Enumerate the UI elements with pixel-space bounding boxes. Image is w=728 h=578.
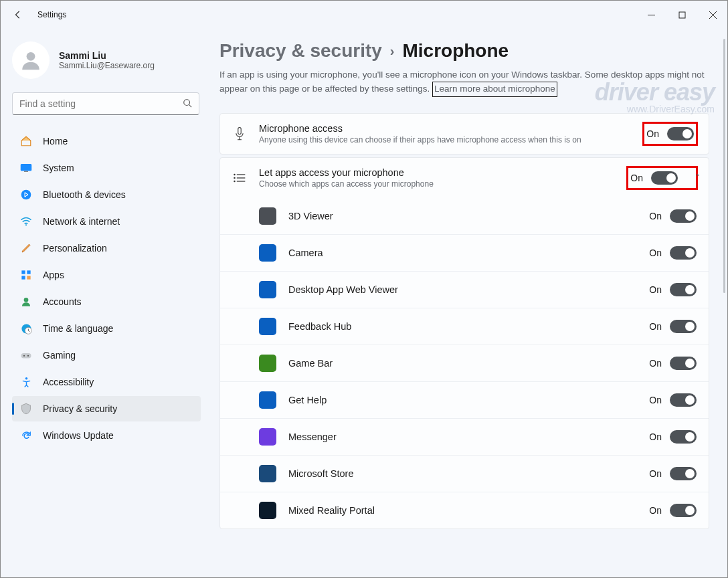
app-row: Microsoft StoreOn [220, 455, 709, 492]
app-row: MessengerOn [220, 418, 709, 455]
svg-point-10 [25, 224, 27, 225]
learn-more-link[interactable]: Learn more about microphone [432, 82, 557, 96]
maximize-button[interactable] [666, 0, 697, 29]
app-icon [259, 502, 276, 519]
svg-point-9 [21, 190, 31, 200]
app-name: 3D Viewer [288, 211, 637, 221]
sidebar-item-gaming[interactable]: Gaming [12, 343, 201, 368]
app-name: Mixed Reality Portal [288, 505, 637, 516]
search-input[interactable] [12, 92, 199, 115]
toggle-state: On [649, 284, 662, 295]
sidebar-item-label: Time & language [43, 323, 113, 334]
svg-rect-13 [21, 276, 25, 279]
app-icon [259, 428, 276, 446]
update-icon [20, 429, 32, 442]
app-row: CameraOn [220, 234, 709, 271]
sidebar-item-time[interactable]: Time & language [12, 316, 201, 341]
minimize-button[interactable] [636, 0, 666, 29]
person-icon [20, 296, 32, 308]
close-button[interactable] [697, 0, 728, 29]
sidebar-item-label: Accounts [43, 296, 82, 307]
app-toggle[interactable] [670, 283, 697, 296]
app-row: Feedback HubOn [220, 308, 709, 345]
sidebar-item-personalization[interactable]: Personalization [12, 235, 201, 261]
user-profile[interactable]: Sammi Liu Sammi.Liu@Easeware.org [12, 41, 198, 79]
sidebar-item-bluetooth[interactable]: Bluetooth & devices [12, 182, 201, 207]
let-apps-sub: Choose which apps can access your microp… [259, 179, 616, 189]
svg-rect-8 [24, 171, 28, 173]
svg-rect-11 [21, 270, 25, 274]
wifi-icon [20, 215, 32, 227]
bluetooth-icon [20, 189, 32, 201]
apps-icon [20, 269, 32, 281]
svg-line-6 [189, 104, 192, 107]
sidebar-item-system[interactable]: System [12, 155, 201, 181]
mic-access-toggle-group: On [644, 123, 697, 144]
sidebar-item-home[interactable]: Home [12, 128, 201, 154]
sidebar-item-accounts[interactable]: Accounts [12, 289, 201, 314]
search-field[interactable] [19, 98, 183, 109]
app-icon [259, 355, 276, 372]
chevron-up-icon[interactable]: ˄ [692, 173, 703, 183]
mic-access-sub: Anyone using this device can choose if t… [259, 135, 632, 144]
app-icon [259, 281, 276, 298]
svg-point-15 [24, 298, 29, 302]
app-name: Desktop App Web Viewer [288, 284, 637, 295]
page-title: Microphone [402, 40, 509, 62]
let-apps-toggle-group: On ˄ [628, 167, 697, 189]
page-description: If an app is using your microphone, you'… [219, 68, 709, 97]
app-row: Get HelpOn [220, 381, 709, 418]
svg-point-27 [234, 180, 236, 182]
app-toggle[interactable] [670, 246, 697, 260]
svg-point-19 [23, 355, 25, 357]
brush-icon [20, 242, 32, 254]
app-row: 3D ViewerOn [220, 198, 709, 234]
let-apps-toggle[interactable] [651, 171, 678, 185]
globe-clock-icon [20, 322, 32, 334]
home-icon [20, 135, 32, 147]
svg-rect-22 [238, 127, 241, 134]
scrollbar[interactable] [723, 39, 725, 293]
sidebar-item-update[interactable]: Windows Update [12, 423, 201, 448]
svg-rect-18 [21, 353, 31, 359]
sidebar-item-apps[interactable]: Apps [12, 262, 201, 288]
svg-rect-14 [27, 276, 30, 279]
sidebar-item-privacy[interactable]: Privacy & security [12, 396, 201, 421]
sidebar-item-accessibility[interactable]: Accessibility [12, 369, 201, 395]
microphone-icon [232, 126, 247, 141]
app-toggle[interactable] [670, 320, 697, 333]
toggle-state: On [649, 358, 662, 369]
toggle-state: On [646, 128, 659, 139]
app-row: Desktop App Web ViewerOn [220, 271, 709, 308]
app-name: Camera [288, 248, 637, 258]
app-toggle[interactable] [670, 504, 697, 517]
app-name: Microsoft Store [288, 468, 637, 479]
mic-access-toggle[interactable] [667, 127, 694, 140]
app-toggle[interactable] [670, 393, 697, 407]
back-button[interactable] [12, 9, 24, 21]
sidebar-item-label: Home [43, 136, 68, 147]
chevron-right-icon: › [390, 43, 395, 59]
app-toggle[interactable] [670, 357, 697, 370]
app-name: Feedback Hub [288, 321, 637, 332]
sidebar-item-network[interactable]: Network & internet [12, 209, 201, 234]
sidebar-item-label: Gaming [43, 350, 76, 361]
app-toggle[interactable] [670, 209, 697, 223]
app-icon [259, 391, 276, 409]
sidebar-item-label: Apps [43, 270, 64, 280]
breadcrumb-parent[interactable]: Privacy & security [219, 40, 382, 62]
accessibility-icon [20, 376, 32, 388]
app-toggle[interactable] [670, 430, 697, 444]
breadcrumb: Privacy & security › Microphone [219, 40, 709, 62]
svg-rect-7 [21, 164, 32, 171]
toggle-state: On [649, 248, 662, 258]
toggle-state: On [649, 431, 662, 442]
svg-point-21 [25, 377, 27, 380]
avatar [12, 41, 50, 79]
system-icon [20, 162, 32, 174]
toggle-state: On [630, 173, 643, 183]
shield-icon [20, 403, 32, 415]
let-apps-row[interactable]: Let apps access your microphone Choose w… [220, 158, 709, 198]
app-row: Game BarOn [220, 345, 709, 381]
app-toggle[interactable] [670, 467, 697, 480]
